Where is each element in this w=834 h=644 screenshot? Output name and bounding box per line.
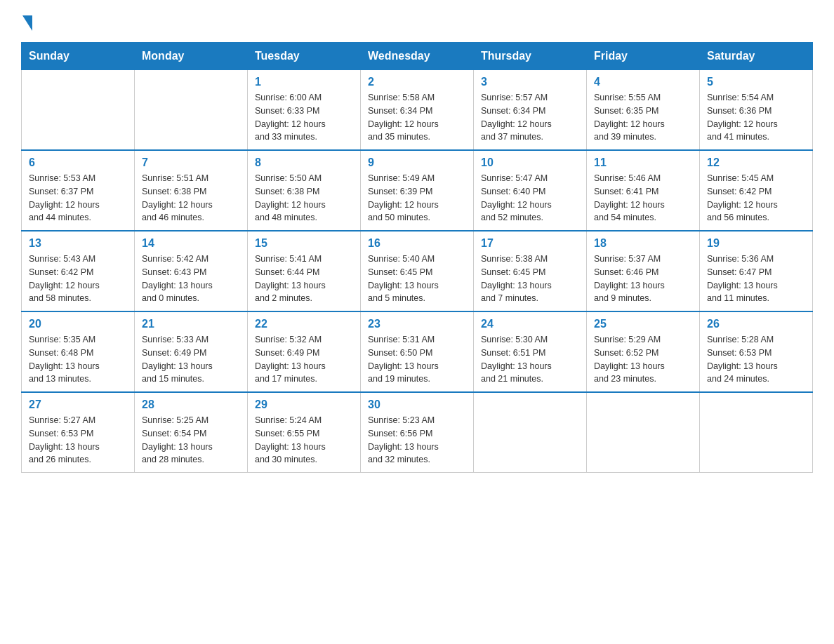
calendar-cell — [700, 392, 813, 473]
calendar-cell — [22, 70, 135, 151]
day-number: 15 — [255, 237, 353, 250]
day-info: Sunrise: 5:36 AMSunset: 6:47 PMDaylight:… — [707, 253, 805, 305]
calendar-cell: 9Sunrise: 5:49 AMSunset: 6:39 PMDaylight… — [361, 150, 474, 231]
day-number: 8 — [255, 156, 353, 169]
day-number: 16 — [368, 237, 466, 250]
calendar-cell — [135, 70, 248, 151]
weekday-header-wednesday: Wednesday — [361, 43, 474, 70]
day-number: 19 — [707, 237, 805, 250]
calendar-week-5: 27Sunrise: 5:27 AMSunset: 6:53 PMDayligh… — [22, 392, 813, 473]
day-info: Sunrise: 5:33 AMSunset: 6:49 PMDaylight:… — [142, 333, 240, 386]
calendar-cell: 17Sunrise: 5:38 AMSunset: 6:45 PMDayligh… — [474, 231, 587, 311]
day-number: 28 — [142, 398, 240, 411]
day-info: Sunrise: 5:23 AMSunset: 6:56 PMDaylight:… — [368, 414, 466, 467]
day-number: 18 — [594, 237, 692, 250]
day-info: Sunrise: 5:53 AMSunset: 6:37 PMDaylight:… — [29, 172, 127, 224]
day-number: 27 — [29, 398, 127, 411]
day-info: Sunrise: 5:40 AMSunset: 6:45 PMDaylight:… — [368, 253, 466, 305]
day-info: Sunrise: 5:42 AMSunset: 6:43 PMDaylight:… — [142, 253, 240, 305]
weekday-header-thursday: Thursday — [474, 43, 587, 70]
day-info: Sunrise: 5:25 AMSunset: 6:54 PMDaylight:… — [142, 414, 240, 467]
weekday-header-tuesday: Tuesday — [248, 43, 361, 70]
day-number: 9 — [368, 156, 466, 169]
day-info: Sunrise: 5:30 AMSunset: 6:51 PMDaylight:… — [481, 333, 579, 386]
calendar-cell: 19Sunrise: 5:36 AMSunset: 6:47 PMDayligh… — [700, 231, 813, 311]
calendar-cell: 8Sunrise: 5:50 AMSunset: 6:38 PMDaylight… — [248, 150, 361, 231]
calendar-header-row: SundayMondayTuesdayWednesdayThursdayFrid… — [22, 43, 813, 70]
calendar-week-1: 1Sunrise: 6:00 AMSunset: 6:33 PMDaylight… — [22, 70, 813, 151]
weekday-header-sunday: Sunday — [22, 43, 135, 70]
calendar-cell: 23Sunrise: 5:31 AMSunset: 6:50 PMDayligh… — [361, 311, 474, 392]
weekday-header-friday: Friday — [587, 43, 700, 70]
day-number: 24 — [481, 318, 579, 330]
day-number: 10 — [481, 156, 579, 169]
day-number: 30 — [368, 398, 466, 411]
day-info: Sunrise: 5:31 AMSunset: 6:50 PMDaylight:… — [368, 333, 466, 386]
day-info: Sunrise: 5:57 AMSunset: 6:34 PMDaylight:… — [481, 91, 579, 144]
day-number: 1 — [255, 76, 353, 88]
day-info: Sunrise: 5:46 AMSunset: 6:41 PMDaylight:… — [594, 172, 692, 224]
day-info: Sunrise: 5:49 AMSunset: 6:39 PMDaylight:… — [368, 172, 466, 224]
calendar-cell: 5Sunrise: 5:54 AMSunset: 6:36 PMDaylight… — [700, 70, 813, 151]
day-number: 23 — [368, 318, 466, 330]
day-number: 2 — [368, 76, 466, 88]
calendar-cell: 27Sunrise: 5:27 AMSunset: 6:53 PMDayligh… — [22, 392, 135, 473]
day-number: 25 — [594, 318, 692, 330]
day-number: 12 — [707, 156, 805, 169]
calendar-cell: 14Sunrise: 5:42 AMSunset: 6:43 PMDayligh… — [135, 231, 248, 311]
calendar-cell: 10Sunrise: 5:47 AMSunset: 6:40 PMDayligh… — [474, 150, 587, 231]
calendar-cell: 11Sunrise: 5:46 AMSunset: 6:41 PMDayligh… — [587, 150, 700, 231]
day-number: 29 — [255, 398, 353, 411]
day-info: Sunrise: 5:58 AMSunset: 6:34 PMDaylight:… — [368, 91, 466, 144]
day-number: 26 — [707, 318, 805, 330]
calendar-cell: 16Sunrise: 5:40 AMSunset: 6:45 PMDayligh… — [361, 231, 474, 311]
calendar-week-2: 6Sunrise: 5:53 AMSunset: 6:37 PMDaylight… — [22, 150, 813, 231]
day-number: 22 — [255, 318, 353, 330]
day-info: Sunrise: 5:24 AMSunset: 6:55 PMDaylight:… — [255, 414, 353, 467]
calendar-cell: 13Sunrise: 5:43 AMSunset: 6:42 PMDayligh… — [22, 231, 135, 311]
logo-triangle-icon — [22, 15, 32, 31]
calendar-cell: 26Sunrise: 5:28 AMSunset: 6:53 PMDayligh… — [700, 311, 813, 392]
day-info: Sunrise: 5:43 AMSunset: 6:42 PMDaylight:… — [29, 253, 127, 305]
calendar-cell: 3Sunrise: 5:57 AMSunset: 6:34 PMDaylight… — [474, 70, 587, 151]
calendar-cell: 2Sunrise: 5:58 AMSunset: 6:34 PMDaylight… — [361, 70, 474, 151]
day-number: 5 — [707, 76, 805, 88]
day-number: 6 — [29, 156, 127, 169]
calendar-cell: 1Sunrise: 6:00 AMSunset: 6:33 PMDaylight… — [248, 70, 361, 151]
day-info: Sunrise: 5:47 AMSunset: 6:40 PMDaylight:… — [481, 172, 579, 224]
weekday-header-saturday: Saturday — [700, 43, 813, 70]
day-number: 21 — [142, 318, 240, 330]
calendar-cell — [474, 392, 587, 473]
page-header — [21, 14, 813, 31]
logo — [21, 14, 32, 31]
calendar-week-4: 20Sunrise: 5:35 AMSunset: 6:48 PMDayligh… — [22, 311, 813, 392]
calendar-cell: 21Sunrise: 5:33 AMSunset: 6:49 PMDayligh… — [135, 311, 248, 392]
calendar-cell — [587, 392, 700, 473]
day-number: 7 — [142, 156, 240, 169]
day-info: Sunrise: 5:28 AMSunset: 6:53 PMDaylight:… — [707, 333, 805, 386]
day-info: Sunrise: 5:45 AMSunset: 6:42 PMDaylight:… — [707, 172, 805, 224]
day-info: Sunrise: 5:35 AMSunset: 6:48 PMDaylight:… — [29, 333, 127, 386]
calendar-cell: 18Sunrise: 5:37 AMSunset: 6:46 PMDayligh… — [587, 231, 700, 311]
day-number: 3 — [481, 76, 579, 88]
day-info: Sunrise: 5:27 AMSunset: 6:53 PMDaylight:… — [29, 414, 127, 467]
day-info: Sunrise: 5:37 AMSunset: 6:46 PMDaylight:… — [594, 253, 692, 305]
calendar-cell: 7Sunrise: 5:51 AMSunset: 6:38 PMDaylight… — [135, 150, 248, 231]
day-number: 14 — [142, 237, 240, 250]
day-info: Sunrise: 5:29 AMSunset: 6:52 PMDaylight:… — [594, 333, 692, 386]
day-number: 4 — [594, 76, 692, 88]
day-number: 11 — [594, 156, 692, 169]
calendar-week-3: 13Sunrise: 5:43 AMSunset: 6:42 PMDayligh… — [22, 231, 813, 311]
day-info: Sunrise: 5:32 AMSunset: 6:49 PMDaylight:… — [255, 333, 353, 386]
day-info: Sunrise: 6:00 AMSunset: 6:33 PMDaylight:… — [255, 91, 353, 144]
calendar-cell: 30Sunrise: 5:23 AMSunset: 6:56 PMDayligh… — [361, 392, 474, 473]
day-info: Sunrise: 5:41 AMSunset: 6:44 PMDaylight:… — [255, 253, 353, 305]
day-info: Sunrise: 5:55 AMSunset: 6:35 PMDaylight:… — [594, 91, 692, 144]
calendar-cell: 6Sunrise: 5:53 AMSunset: 6:37 PMDaylight… — [22, 150, 135, 231]
calendar-cell: 24Sunrise: 5:30 AMSunset: 6:51 PMDayligh… — [474, 311, 587, 392]
day-info: Sunrise: 5:38 AMSunset: 6:45 PMDaylight:… — [481, 253, 579, 305]
day-number: 20 — [29, 318, 127, 330]
calendar-cell: 29Sunrise: 5:24 AMSunset: 6:55 PMDayligh… — [248, 392, 361, 473]
calendar-cell: 25Sunrise: 5:29 AMSunset: 6:52 PMDayligh… — [587, 311, 700, 392]
day-info: Sunrise: 5:50 AMSunset: 6:38 PMDaylight:… — [255, 172, 353, 224]
